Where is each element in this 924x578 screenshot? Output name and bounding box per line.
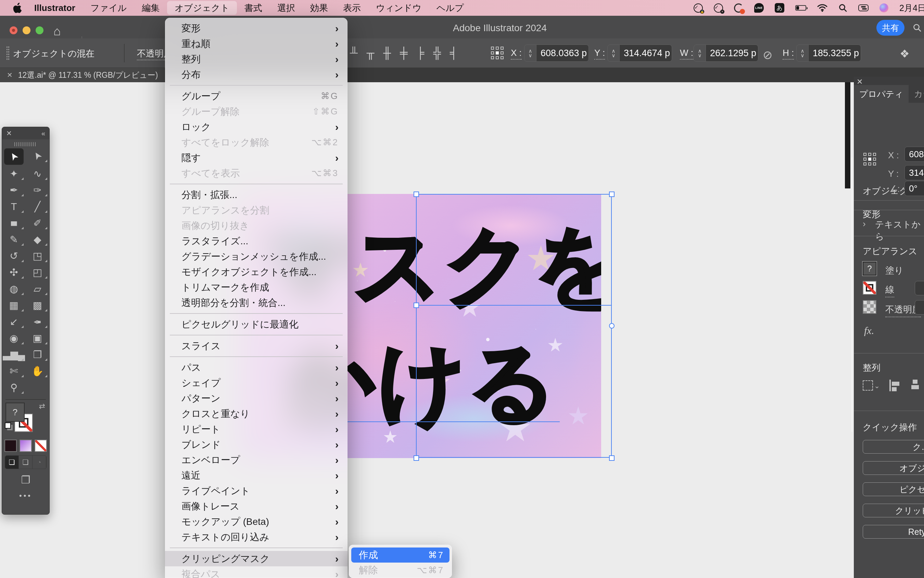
menu-item[interactable]: 遠近› xyxy=(165,468,348,483)
menu-item[interactable]: スライス› xyxy=(165,338,348,354)
rectangle-tool[interactable]: ■ xyxy=(2,215,26,231)
reference-point-grid[interactable] xyxy=(491,47,503,59)
fill-label[interactable]: 塗り xyxy=(885,265,903,276)
menu-item[interactable]: 分割・拡張... xyxy=(165,187,348,203)
menu-item[interactable]: エンベロープ› xyxy=(165,452,348,468)
menu-item[interactable]: ロック› xyxy=(165,119,348,135)
stroke-swatch-icon[interactable] xyxy=(863,281,876,295)
fill-color-chip[interactable]: ? xyxy=(5,403,25,422)
w-stepper[interactable]: ∧∨ xyxy=(694,45,706,62)
menu-item[interactable]: シェイプ› xyxy=(165,375,348,391)
mesh-tool[interactable]: ▦ xyxy=(2,297,26,313)
draw-behind-mode-button[interactable]: ❏ xyxy=(19,456,32,469)
menu-item[interactable]: 透明部分を分割・統合... xyxy=(165,295,348,310)
menu-item[interactable]: テキストの回り込み› xyxy=(165,529,348,545)
menubar-item-ヘルプ[interactable]: ヘルプ xyxy=(429,1,471,15)
share-button[interactable]: 共有 xyxy=(876,20,905,36)
pencil-tool[interactable]: ✎ xyxy=(2,231,26,248)
distribute-hcenter-icon[interactable]: ╬ xyxy=(433,47,441,59)
artboard-tool[interactable]: ❐ xyxy=(26,346,49,363)
quick-action-button-1[interactable]: ク… xyxy=(863,440,924,454)
direct-selection-tool[interactable]: ➤ xyxy=(26,148,49,164)
menu-item[interactable]: 隠す› xyxy=(165,150,348,166)
blend-tool[interactable]: ◉ xyxy=(2,330,26,346)
battery-icon[interactable] xyxy=(795,5,806,11)
align-to-selection-icon[interactable] xyxy=(863,380,873,391)
perspective-grid-tool[interactable]: ▱ xyxy=(26,281,49,297)
distribute-center-icon[interactable]: ╫ xyxy=(383,47,391,59)
w-value-field[interactable]: 262.1295 p xyxy=(706,45,758,62)
tab-close-icon[interactable]: ✕ xyxy=(7,71,13,79)
color-swatch-button[interactable] xyxy=(5,440,17,452)
spotlight-search-icon[interactable] xyxy=(838,3,847,12)
apple-menu-icon[interactable] xyxy=(13,3,22,13)
eraser-tool[interactable]: ◆ xyxy=(26,231,49,248)
menu-item[interactable]: ピクセルグリッドに最適化 xyxy=(165,317,348,332)
tools-panel-drag-handle[interactable] xyxy=(15,142,37,146)
status-check-x-icon[interactable]: ✓✕ xyxy=(714,3,723,13)
line-app-icon[interactable]: LINE xyxy=(754,3,764,13)
width-tool[interactable]: ✣ xyxy=(2,264,26,281)
eyedropper-tool[interactable]: ✒ xyxy=(26,313,49,330)
menubar-item-ファイル[interactable]: ファイル xyxy=(83,1,134,15)
control-center-icon[interactable] xyxy=(858,5,869,11)
align-icons[interactable]: ╨ ╥ ╫ ╪ ╞ ╬ ╡ xyxy=(350,47,458,59)
scale-tool[interactable]: ◳ xyxy=(26,248,49,264)
distribute-bottom-icon[interactable]: ╪ xyxy=(400,47,408,59)
menubar-item-ウィンドウ[interactable]: ウィンドウ xyxy=(368,1,429,15)
canvas-scrollbar[interactable] xyxy=(851,157,853,432)
menubar-item-編集[interactable]: 編集 xyxy=(134,1,167,15)
menu-item[interactable]: クリッピングマスク› xyxy=(165,551,348,567)
quick-action-button-4[interactable]: クリッピン… xyxy=(863,504,924,517)
menu-item[interactable]: ラスタライズ... xyxy=(165,233,348,249)
quick-action-button-3[interactable]: ピクセル… xyxy=(863,482,924,496)
text-from-label[interactable]: テキストから xyxy=(875,219,924,243)
align-bottom-icon[interactable]: ╨ xyxy=(350,47,358,59)
home-icon[interactable]: ⌂ xyxy=(53,24,61,38)
menu-item[interactable]: 分布› xyxy=(165,67,348,82)
wifi-icon[interactable] xyxy=(817,4,827,12)
prop-angle-field[interactable]: 0° ⌄ xyxy=(905,181,924,196)
menubar-item-書式[interactable]: 書式 xyxy=(237,1,270,15)
menu-item[interactable]: ブレンド› xyxy=(165,437,348,452)
constrain-proportions-icon[interactable]: ⊘ xyxy=(763,48,773,62)
symbol-sprayer-tool[interactable]: ▣ xyxy=(26,330,49,346)
screen-mode-icon[interactable]: ❐ xyxy=(2,474,49,486)
h-stepper[interactable]: ∧∨ xyxy=(796,45,809,62)
stroke-label[interactable]: 線 xyxy=(885,284,894,297)
rotate-tool[interactable]: ↺ xyxy=(2,248,26,264)
selection-handle-mid-right[interactable] xyxy=(609,323,615,329)
zoom-window-button[interactable] xyxy=(36,26,44,34)
menubar-app-name[interactable]: Illustrator xyxy=(27,1,83,15)
tools-panel-close-icon[interactable]: ✕ xyxy=(6,129,12,137)
prop-opacity-field[interactable] xyxy=(915,300,924,315)
input-method-icon[interactable]: あ xyxy=(775,3,784,13)
pen-tool[interactable]: ✒ xyxy=(2,182,26,198)
lasso-tool[interactable]: ∿ xyxy=(26,166,49,182)
x-value-field[interactable]: 608.0363 p xyxy=(536,45,589,62)
selection-handle-mid-left[interactable] xyxy=(414,302,419,308)
y-stepper[interactable]: ∧∨ xyxy=(607,45,620,62)
status-notification-icon[interactable] xyxy=(734,3,743,13)
canvas-area[interactable]: マスクを かける xyxy=(0,82,854,578)
menu-item[interactable]: 画像トレース› xyxy=(165,498,348,514)
opacity-swatch-icon[interactable] xyxy=(863,300,876,314)
menu-item[interactable]: モックアップ (Beta)› xyxy=(165,514,348,529)
menu-item[interactable]: リピート› xyxy=(165,421,348,437)
distribute-left-icon[interactable]: ╞ xyxy=(417,47,424,59)
control-bar-drag-handle[interactable] xyxy=(6,46,10,60)
stroke-width-field[interactable] xyxy=(915,281,924,295)
draw-inside-mode-button[interactable]: ◔ xyxy=(32,456,46,469)
none-swatch-button[interactable] xyxy=(35,440,47,452)
close-window-button[interactable] xyxy=(10,26,18,34)
distribute-right-icon[interactable]: ╡ xyxy=(450,47,458,59)
menu-item[interactable]: クロスと重なり› xyxy=(165,406,348,421)
submenu-item[interactable]: 作成⌘7 xyxy=(351,547,450,563)
magic-wand-tool[interactable]: ✦ xyxy=(2,166,26,182)
quick-action-button-5[interactable]: Rety… xyxy=(863,525,924,539)
zoom-tool[interactable]: ⚲ xyxy=(2,379,26,396)
draw-normal-mode-button[interactable]: ❏ xyxy=(5,456,19,469)
menubar-item-表示[interactable]: 表示 xyxy=(335,1,368,15)
prop-x-field[interactable]: 608.03 xyxy=(905,147,924,162)
prop-y-field[interactable]: 314.46 xyxy=(905,165,924,180)
